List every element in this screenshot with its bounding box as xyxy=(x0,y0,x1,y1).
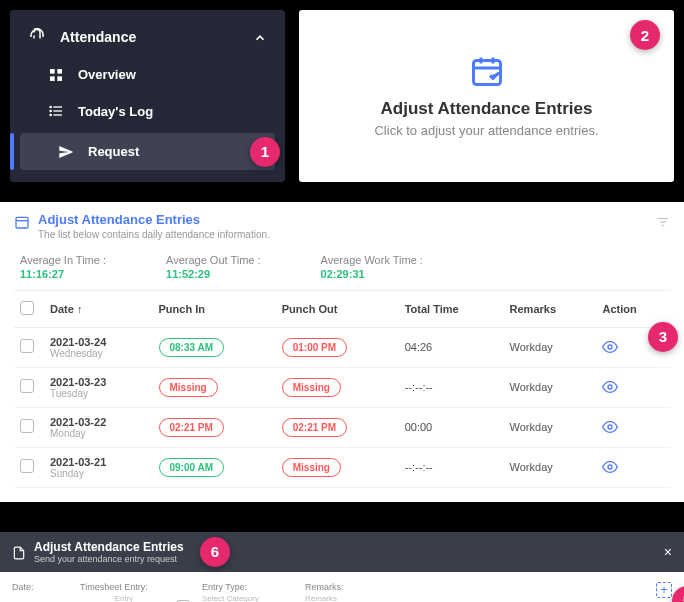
punch-out-pill: Missing xyxy=(282,378,341,397)
col-punch-out: Punch Out xyxy=(276,290,399,327)
view-icon[interactable] xyxy=(602,380,618,392)
form-header: Adjust Attendance Entries Send your atte… xyxy=(0,532,684,572)
table-row: 2021-03-22Monday 02:21 PM 02:21 PM 00:00… xyxy=(14,407,670,447)
svg-rect-3 xyxy=(57,76,62,81)
row-remarks: Workday xyxy=(504,327,597,367)
row-day: Sunday xyxy=(50,468,147,479)
svg-point-16 xyxy=(608,345,612,349)
col-date[interactable]: Date xyxy=(44,290,153,327)
svg-point-9 xyxy=(50,115,51,116)
stat-avg-in: Average In Time : 11:16:27 xyxy=(20,254,106,280)
section-subtitle: The list below contains daily attendance… xyxy=(38,229,270,240)
step-badge-6: 6 xyxy=(200,537,230,567)
sidebar-item-request[interactable]: Request 1 xyxy=(20,133,275,170)
sidebar: Attendance Overview Today's Log Request … xyxy=(10,10,285,182)
stat-avg-work: Average Work Time : 02:29:31 xyxy=(321,254,423,280)
attendance-table-section: Adjust Attendance Entries The list below… xyxy=(0,192,684,502)
label-timesheet-entry: Timesheet Entry: xyxy=(80,582,168,592)
row-day: Wednesday xyxy=(50,348,147,359)
row-checkbox[interactable] xyxy=(20,419,34,433)
chevron-up-icon xyxy=(253,29,267,45)
col-total: Total Time xyxy=(399,290,504,327)
col-punch-in: Punch In xyxy=(153,290,276,327)
sidebar-item-todays-log[interactable]: Today's Log xyxy=(10,93,285,130)
form-subtitle: Send your attendance entry request xyxy=(34,554,184,564)
row-remarks: Workday xyxy=(504,367,597,407)
row-remarks: Workday xyxy=(504,407,597,447)
punch-in-pill: 09:00 AM xyxy=(159,458,225,477)
sidebar-item-label: Today's Log xyxy=(78,104,153,119)
svg-point-17 xyxy=(608,385,612,389)
send-icon xyxy=(58,143,74,160)
svg-rect-0 xyxy=(50,69,55,74)
sidebar-item-label: Overview xyxy=(78,67,136,82)
step-badge-1: 1 xyxy=(250,137,280,167)
label-remarks: Remarks: xyxy=(305,582,648,592)
punch-out-pill: Missing xyxy=(282,458,341,477)
label-entry-type: Entry Type: xyxy=(202,582,297,592)
calendar-icon xyxy=(14,212,30,230)
stat-avg-out: Average Out Time : 11:52:29 xyxy=(166,254,261,280)
svg-point-19 xyxy=(608,465,612,469)
dashboard-icon xyxy=(48,66,64,83)
svg-point-8 xyxy=(50,111,51,112)
row-day: Monday xyxy=(50,428,147,439)
fingerprint-icon xyxy=(28,28,46,46)
section-title: Adjust Attendance Entries xyxy=(38,212,270,227)
step-badge-5: 5 xyxy=(672,586,684,602)
step-badge-3: 3 xyxy=(648,322,678,352)
label-date: Date: xyxy=(12,582,72,592)
svg-rect-10 xyxy=(473,61,500,85)
row-date: 2021-03-22 xyxy=(50,416,147,428)
svg-rect-1 xyxy=(57,69,62,74)
row-checkbox[interactable] xyxy=(20,339,34,353)
sidebar-item-label: Request xyxy=(88,144,139,159)
row-total: --:--:-- xyxy=(399,367,504,407)
row-date: 2021-03-21 xyxy=(50,456,147,468)
view-icon[interactable] xyxy=(602,460,618,472)
card-subtitle: Click to adjust your attendance entries. xyxy=(374,123,598,138)
svg-point-7 xyxy=(50,107,51,108)
adjust-entries-card[interactable]: 2 Adjust Attendance Entries Click to adj… xyxy=(299,10,674,182)
row-remarks: Workday xyxy=(504,447,597,487)
form-title: Adjust Attendance Entries xyxy=(34,540,184,554)
row-total: 00:00 xyxy=(399,407,504,447)
col-remarks: Remarks xyxy=(504,290,597,327)
row-date: 2021-03-24 xyxy=(50,336,147,348)
step-badge-2: 2 xyxy=(630,20,660,50)
table-row: 2021-03-21Sunday 09:00 AM Missing --:--:… xyxy=(14,447,670,487)
document-icon xyxy=(12,543,26,561)
filter-icon[interactable] xyxy=(656,212,670,230)
add-entry-button[interactable]: + xyxy=(656,582,672,598)
punch-out-pill: 02:21 PM xyxy=(282,418,347,437)
sidebar-item-overview[interactable]: Overview xyxy=(10,56,285,93)
checkbox-all[interactable] xyxy=(20,301,34,315)
adjust-entries-form: Adjust Attendance Entries Send your atte… xyxy=(0,502,684,602)
punch-out-pill: 01:00 PM xyxy=(282,338,347,357)
list-icon xyxy=(48,103,64,120)
row-day: Tuesday xyxy=(50,388,147,399)
view-icon[interactable] xyxy=(602,420,618,432)
row-date: 2021-03-23 xyxy=(50,376,147,388)
close-icon[interactable]: × xyxy=(664,544,672,560)
view-icon[interactable] xyxy=(602,340,618,352)
attendance-table: Date Punch In Punch Out Total Time Remar… xyxy=(14,290,670,488)
punch-in-pill: 08:33 AM xyxy=(159,338,225,357)
calendar-edit-icon xyxy=(469,53,505,89)
svg-rect-2 xyxy=(50,76,55,81)
table-row: 2021-03-24Wednesday 08:33 AM 01:00 PM 04… xyxy=(14,327,670,367)
card-title: Adjust Attendance Entries xyxy=(381,99,593,119)
row-total: 04:26 xyxy=(399,327,504,367)
row-total: --:--:-- xyxy=(399,447,504,487)
row-checkbox[interactable] xyxy=(20,379,34,393)
table-row: 2021-03-23Tuesday Missing Missing --:--:… xyxy=(14,367,670,407)
sidebar-section-attendance[interactable]: Attendance xyxy=(10,18,285,56)
punch-in-pill: 02:21 PM xyxy=(159,418,224,437)
svg-rect-14 xyxy=(16,217,28,228)
svg-point-18 xyxy=(608,425,612,429)
sidebar-section-label: Attendance xyxy=(60,29,136,45)
row-checkbox[interactable] xyxy=(20,459,34,473)
punch-in-pill: Missing xyxy=(159,378,218,397)
